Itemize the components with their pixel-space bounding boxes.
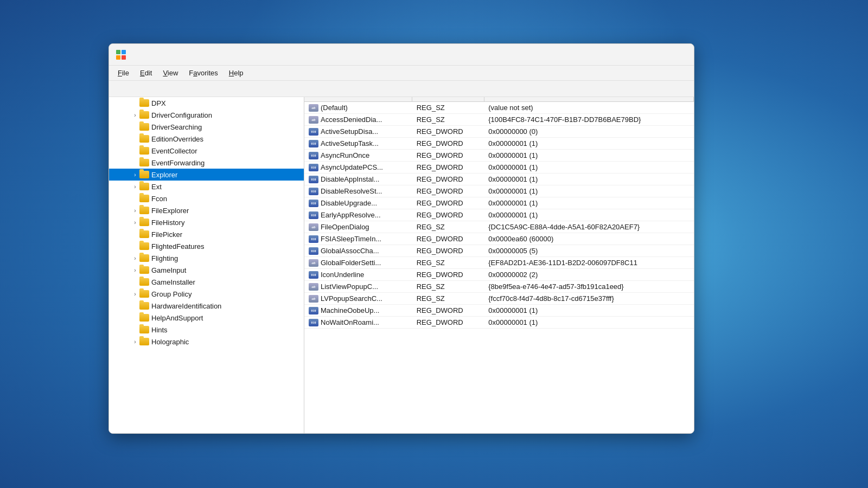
- value-data: {EF8AD2D1-AE36-11D1-B2D2-006097DF8C11: [484, 257, 693, 269]
- tree-item-ext[interactable]: › Ext: [109, 181, 304, 192]
- svg-rect-0: [116, 50, 120, 54]
- menu-favorites[interactable]: Favorites: [184, 67, 222, 79]
- tree-item-flighting[interactable]: › Flighting: [109, 252, 304, 264]
- tree-item-driver-config[interactable]: › DriverConfiguration: [109, 109, 304, 121]
- tree-item-game-installer[interactable]: GameInstaller: [109, 276, 304, 288]
- tree-item-label: EventCollector: [151, 147, 197, 155]
- table-row[interactable]: ab LVPopupSearchC... REG_SZ {fccf70c8-f4…: [304, 293, 694, 305]
- tree-item-driver-searching[interactable]: DriverSearching: [109, 121, 304, 133]
- type-icon: 010: [309, 188, 318, 195]
- menu-file[interactable]: File: [113, 67, 133, 79]
- value-type: REG_DWORD: [412, 138, 484, 150]
- registry-editor-window: File Edit View Favorites Help DPX › Driv…: [108, 43, 694, 434]
- maximize-button[interactable]: [637, 46, 662, 63]
- tree-item-file-history[interactable]: › FileHistory: [109, 216, 304, 228]
- expander-icon: [131, 301, 139, 310]
- tree-item-game-input[interactable]: › GameInput: [109, 264, 304, 276]
- menu-edit[interactable]: Edit: [136, 67, 156, 79]
- value-name: 010 MachineOobeUp...: [304, 305, 412, 317]
- tree-item-label: FileHistory: [151, 219, 184, 227]
- folder-icon: [139, 135, 149, 143]
- title-bar: [109, 44, 694, 66]
- table-row[interactable]: 010 EarlyAppResolve... REG_DWORD 0x00000…: [304, 209, 694, 221]
- table-row[interactable]: 010 DisableUpgrade... REG_DWORD 0x000000…: [304, 197, 694, 209]
- table-row[interactable]: 010 FSIASleepTimeIn... REG_DWORD 0x0000e…: [304, 233, 694, 245]
- folder-icon: [139, 314, 149, 322]
- folder-icon: [139, 99, 149, 107]
- expander-icon: [131, 194, 139, 203]
- values-panel[interactable]: ab (Default) REG_SZ (value not set) ab A…: [304, 97, 694, 433]
- value-type: REG_DWORD: [412, 162, 484, 174]
- table-row[interactable]: 010 IconUnderline REG_DWORD 0x00000002 (…: [304, 269, 694, 281]
- folder-icon: [139, 123, 149, 131]
- tree-item-fcon[interactable]: Fcon: [109, 192, 304, 204]
- table-row[interactable]: ab (Default) REG_SZ (value not set): [304, 102, 694, 114]
- tree-item-label: Group Policy: [151, 290, 192, 298]
- tree-item-label: FileExplorer: [151, 207, 189, 215]
- value-name: 010 EarlyAppResolve...: [304, 209, 412, 221]
- folder-icon: [139, 338, 149, 345]
- table-row[interactable]: ab ListViewPopupC... REG_SZ {8be9f5ea-e7…: [304, 281, 694, 293]
- value-type: REG_SZ: [412, 114, 484, 126]
- table-row[interactable]: 010 DisableAppInstal... REG_DWORD 0x0000…: [304, 174, 694, 185]
- value-data: 0x00000001 (1): [484, 185, 693, 197]
- expander-icon: ›: [131, 111, 139, 119]
- table-row[interactable]: ab GlobalFolderSetti... REG_SZ {EF8AD2D1…: [304, 257, 694, 269]
- table-row[interactable]: 010 MachineOobeUp... REG_DWORD 0x0000000…: [304, 305, 694, 317]
- tree-item-edition-overrides[interactable]: EditionOverrides: [109, 133, 304, 145]
- type-icon: 010: [309, 128, 318, 136]
- tree-item-event-forwarding[interactable]: EventForwarding: [109, 157, 304, 169]
- value-name: 010 IconUnderline: [304, 269, 412, 281]
- expander-icon: [131, 158, 139, 167]
- tree-item-label: GameInput: [151, 266, 186, 274]
- tree-item-dpx[interactable]: DPX: [109, 97, 304, 109]
- table-row[interactable]: 010 AsyncRunOnce REG_DWORD 0x00000001 (1…: [304, 150, 694, 162]
- app-icon: [116, 49, 126, 60]
- tree-panel[interactable]: DPX › DriverConfiguration DriverSearchin…: [109, 97, 304, 433]
- tree-item-hints[interactable]: Hints: [109, 324, 304, 336]
- tree-item-label: DriverSearching: [151, 123, 202, 131]
- table-row[interactable]: 010 ActiveSetupTask... REG_DWORD 0x00000…: [304, 138, 694, 150]
- value-name: ab (Default): [304, 102, 412, 114]
- tree-item-file-explorer[interactable]: › FileExplorer: [109, 204, 304, 216]
- expander-icon: ›: [131, 182, 139, 191]
- menu-help[interactable]: Help: [225, 67, 248, 79]
- close-button[interactable]: [662, 46, 687, 63]
- type-icon: ab: [309, 283, 318, 291]
- value-data: 0x00000001 (1): [484, 174, 693, 185]
- tree-item-holographic[interactable]: › Holographic: [109, 336, 304, 348]
- value-type: REG_SZ: [412, 293, 484, 305]
- table-row[interactable]: 010 DisableResolveSt... REG_DWORD 0x0000…: [304, 185, 694, 197]
- menu-view[interactable]: View: [158, 67, 182, 79]
- tree-item-file-picker[interactable]: FilePicker: [109, 228, 304, 240]
- expander-icon: [131, 325, 139, 334]
- value-type: REG_SZ: [412, 281, 484, 293]
- table-row[interactable]: 010 ActiveSetupDisa... REG_DWORD 0x00000…: [304, 126, 694, 138]
- value-type: REG_DWORD: [412, 245, 484, 257]
- value-name: 010 FSIASleepTimeIn...: [304, 233, 412, 245]
- tree-item-explorer[interactable]: › Explorer: [109, 169, 304, 181]
- table-row[interactable]: 010 NoWaitOnRoami... REG_DWORD 0x0000000…: [304, 317, 694, 329]
- col-data: [484, 97, 693, 102]
- tree-item-help-support[interactable]: HelpAndSupport: [109, 312, 304, 324]
- type-icon: 010: [309, 200, 318, 207]
- tree-item-event-collector[interactable]: EventCollector: [109, 145, 304, 157]
- tree-item-label: FilePicker: [151, 230, 182, 239]
- tree-item-hardware-id[interactable]: HardwareIdentification: [109, 300, 304, 312]
- value-data: 0x00000001 (1): [484, 305, 693, 317]
- table-row[interactable]: 010 AsyncUpdatePCS... REG_DWORD 0x000000…: [304, 162, 694, 174]
- table-row[interactable]: ab AccessDeniedDia... REG_SZ {100B4FC8-7…: [304, 114, 694, 126]
- tree-item-flighted-features[interactable]: FlightedFeatures: [109, 240, 304, 252]
- minimize-button[interactable]: [612, 46, 637, 63]
- expander-icon: [131, 313, 139, 322]
- tree-item-group-policy[interactable]: › Group Policy: [109, 288, 304, 300]
- folder-icon: [139, 219, 149, 226]
- expander-icon: ›: [131, 266, 139, 274]
- svg-rect-3: [122, 55, 126, 60]
- table-row[interactable]: ab FileOpenDialog REG_SZ {DC1C5A9C-E88A-…: [304, 221, 694, 233]
- expander-icon: [131, 134, 139, 143]
- table-row[interactable]: 010 GlobalAssocCha... REG_DWORD 0x000000…: [304, 245, 694, 257]
- value-data: 0x00000001 (1): [484, 150, 693, 162]
- value-name: ab FileOpenDialog: [304, 221, 412, 233]
- value-type: REG_SZ: [412, 221, 484, 233]
